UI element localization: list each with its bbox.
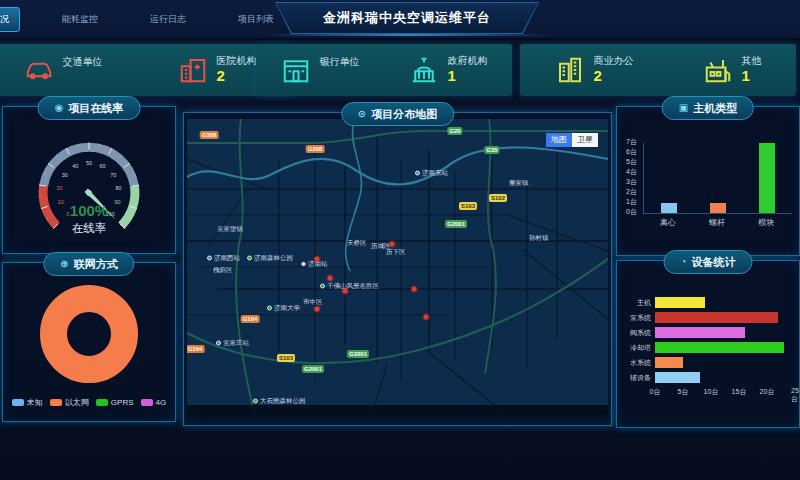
svg-text:30: 30 — [62, 172, 68, 178]
globe-icon: ⊕ — [60, 259, 68, 269]
stat-count: 2 — [217, 67, 257, 85]
factory-icon — [703, 55, 733, 85]
map-place-label: 董家镇 — [509, 179, 529, 188]
map-place-name: 天桥区 — [347, 239, 367, 248]
road-badge: G104 — [241, 315, 260, 323]
station-marker-icon — [207, 256, 212, 261]
satellite-button[interactable]: 卫星 — [572, 133, 598, 147]
park-marker-icon — [320, 284, 325, 289]
x-tick-label: 5台 — [678, 387, 689, 397]
tab-energy-monitor[interactable]: 能耗监控 — [52, 8, 108, 31]
project-marker[interactable] — [424, 315, 429, 320]
legend-item-ethernet[interactable]: 以太网 — [50, 397, 89, 408]
tab-overview[interactable]: 概况 — [0, 7, 20, 32]
road-badge: G2001 — [302, 365, 324, 373]
map-attribution-bar — [187, 405, 608, 415]
stat-count: 1 — [742, 67, 762, 85]
x-tick-label: 20台 — [760, 387, 775, 397]
office-icon — [555, 55, 585, 85]
stat-label: 医院机构 — [217, 55, 257, 67]
gauge-value: 100% — [70, 202, 108, 219]
legend-label: 4G — [156, 398, 167, 407]
map-canvas[interactable]: G308G308G20G35S102S103G2001G104G104S103G… — [187, 119, 608, 415]
y-tick-label: 7台 — [626, 137, 637, 147]
y-tick-label: 5台 — [626, 157, 637, 167]
y-tick-label: 4台 — [626, 167, 637, 177]
legend-label: 以太网 — [65, 397, 89, 408]
map-place-label: 济南东站 — [415, 169, 448, 178]
stat-item-other: 其他1 — [703, 55, 762, 85]
project-marker[interactable] — [328, 276, 333, 281]
panel-title: 联网方式 — [74, 257, 118, 272]
map-place-label: 吴家堡镇 — [217, 225, 243, 234]
map-place-name: 党家庄站 — [223, 339, 249, 348]
map-place-label: 天桥区 — [347, 239, 367, 248]
device-row: 水系统 — [621, 355, 795, 370]
tab-project-list[interactable]: 项目列表 — [228, 8, 284, 31]
panel-title: 项目分布地图 — [371, 107, 437, 122]
stat-card-office-other: 商业办公2 其他1 — [520, 44, 796, 96]
legend-item-gprs[interactable]: GPRS — [96, 397, 134, 408]
road-badge: G104 — [187, 345, 204, 353]
map-place-name: 市中区 — [303, 298, 323, 307]
map-place-name: 董家镇 — [509, 179, 529, 188]
device-category-label: 水系统 — [621, 358, 651, 368]
stat-item-bank: 银行单位 — [281, 55, 360, 85]
stat-label: 政府机构 — [448, 55, 488, 67]
stat-item-hospital: 医院机构2 — [178, 55, 257, 85]
host-type-yaxis: 0台1台2台3台4台5台6台7台 — [617, 143, 641, 213]
map-place-name: 千佛山风景名胜区 — [327, 282, 379, 291]
stat-count — [63, 68, 103, 84]
page-title: 金洲科瑞中央空调运维平台 — [276, 3, 538, 33]
legend-item-unknown[interactable]: 未知 — [12, 397, 43, 408]
panel-device-stats-header: ◔ 设备统计 — [663, 250, 752, 274]
road-badge: G2001 — [347, 350, 369, 358]
device-bar — [655, 297, 705, 308]
government-icon — [409, 55, 439, 85]
legend-item-4g[interactable]: 4G — [141, 397, 167, 408]
svg-text:70: 70 — [110, 172, 116, 178]
device-row: 泵系统 — [621, 310, 795, 325]
stat-count: 2 — [594, 67, 634, 85]
host-type-chart — [643, 143, 792, 214]
svg-text:20: 20 — [56, 185, 62, 191]
tab-run-log[interactable]: 运行日志 — [140, 8, 196, 31]
online-rate-gauge: 0102030405060708090100 100% 在线率 — [14, 123, 164, 242]
map-place-label: 孙村镇 — [529, 234, 549, 243]
panel-network-header: ⊕ 联网方式 — [43, 252, 134, 276]
map-place-label: 党家庄站 — [216, 339, 249, 348]
network-legend: 未知 以太网 GPRS 4G — [3, 397, 175, 408]
bar-centrifugal — [661, 203, 677, 213]
x-label: 螺杆 — [692, 217, 741, 228]
map-place-name: 济南大学 — [274, 304, 300, 313]
panel-map-header: ⊙ 项目分布地图 — [341, 102, 454, 126]
map-place-name: 槐荫区 — [213, 266, 233, 275]
project-marker[interactable] — [412, 287, 417, 292]
project-marker[interactable] — [315, 307, 320, 312]
top-nav-bar: 概况 能耗监控 运行日志 项目列表 视频监控 金洲科瑞中央空调运维平台 — [0, 0, 800, 40]
project-marker[interactable] — [343, 289, 348, 294]
svg-text:90: 90 — [114, 199, 120, 205]
stat-card-transport-hospital: 交通单位 医院机构2 — [0, 44, 294, 96]
svg-text:80: 80 — [116, 185, 122, 191]
device-category-label: 泵系统 — [621, 313, 651, 323]
project-marker[interactable] — [390, 242, 395, 247]
car-icon — [24, 55, 54, 85]
road-badge: G308 — [200, 131, 219, 139]
stat-count — [320, 68, 360, 84]
device-row: 冷却塔 — [621, 340, 795, 355]
project-marker[interactable] — [315, 257, 320, 262]
road-badge: S103 — [277, 354, 295, 362]
road-badge: S102 — [489, 194, 507, 202]
panel-title: 项目在线率 — [68, 101, 123, 116]
station-marker-icon — [216, 341, 221, 346]
link-icon: ◉ — [55, 103, 64, 113]
x-tick-label: 15台 — [732, 387, 747, 397]
map-place-label: 济南站 — [301, 260, 328, 269]
legend-swatch — [12, 399, 24, 406]
map-place-label: 槐荫区 — [213, 266, 233, 275]
device-category-label: 阀系统 — [621, 328, 651, 338]
title-underline — [262, 34, 554, 36]
road-badge: G2001 — [445, 220, 467, 228]
map-button[interactable]: 地图 — [546, 133, 572, 147]
